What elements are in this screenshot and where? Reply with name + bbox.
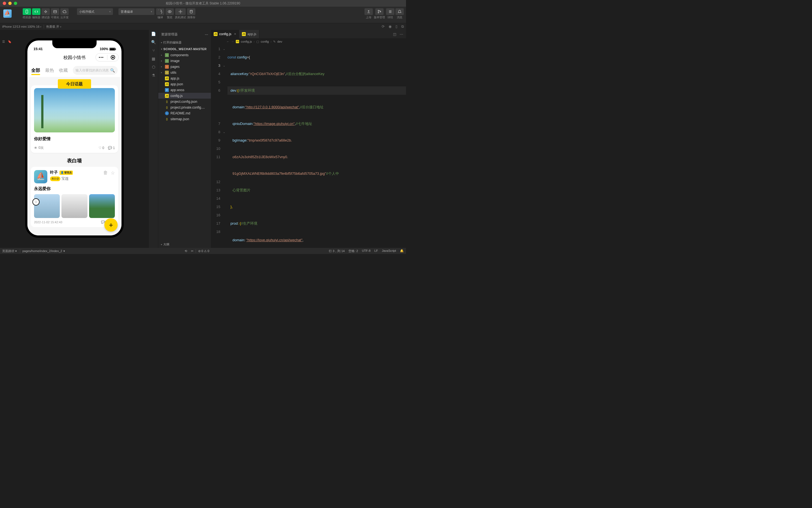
eol[interactable]: LF [375,249,378,253]
debugger-toggle[interactable] [42,8,50,15]
avatar[interactable] [34,170,47,183]
star-icon[interactable]: ☆ [111,170,115,176]
folder-components[interactable]: ▪components [158,52,211,58]
file-label: utils [171,71,176,75]
record-icon[interactable]: ◉ [389,25,392,29]
tab-app-js[interactable]: JSapp.js [239,30,259,38]
tab-active-label: config.js [219,32,231,36]
folder-pages[interactable]: ▪pages [158,64,211,70]
explorer-icon[interactable]: 📄 [151,32,156,36]
language[interactable]: JavaScript [382,249,396,253]
refresh-icon[interactable]: ⟳ [382,25,385,29]
tab-hot[interactable]: 最热 [45,68,54,73]
file-project-private-config----[interactable]: {}project.private.config.... [158,104,211,110]
explorer-more-icon[interactable]: ⋯ [205,33,208,37]
tab-fav[interactable]: 收藏 [59,68,68,73]
outline-section[interactable]: 大纲 [158,241,211,248]
lab-icon[interactable]: ⚗ [152,73,155,78]
editor-toggle[interactable] [32,8,40,15]
upload-button[interactable] [365,8,373,15]
search-input[interactable]: 输入你要找的表白消息 🔍 [73,66,117,75]
file-config-js[interactable]: JSconfig.js [158,93,211,98]
breadcrumb[interactable]: ☰ 🔖 ←→ JS config.js› ▢config› ✎dev [211,38,406,45]
cursor-pos[interactable]: 行 3，列 14 [329,249,344,253]
maximize-window[interactable] [14,2,17,5]
git-icon[interactable]: ⑂ [152,48,155,53]
details-button[interactable] [386,8,394,15]
post-card[interactable]: 叶子👤管理员 表白@宝连 🗑 ☆ 永远爱你 ✿ [31,167,118,227]
add-post-fab[interactable]: + [104,218,117,231]
file-app-wxss[interactable]: #app.wxss [158,87,211,93]
comment-icon[interactable]: 💬 [108,146,112,150]
cloud-toggle[interactable] [60,8,68,15]
file-icon: ▪ [165,53,169,57]
notif-icon[interactable]: 🔔 [400,249,404,253]
js-icon: JS [236,40,239,43]
author-name[interactable]: 叶子 [50,170,58,175]
project-root[interactable]: SCHOOL_WECHAT-MASTER [158,46,211,52]
visual-toggle[interactable] [51,8,59,15]
split-editor-icon[interactable]: ◫ [393,32,396,36]
delete-icon[interactable]: 🗑 [103,170,108,176]
close-window[interactable] [3,2,6,5]
capsule-close[interactable] [107,55,119,59]
search-panel-icon[interactable]: 🔍 [151,40,156,44]
miniapp-body[interactable]: 今日话题 你好爱情 👁0次 ♡0 💬1 表白墙 [28,77,122,236]
opened-editors-section[interactable]: 打开的编辑器 [158,39,211,46]
bc-bookmark-icon[interactable]: 🔖 [8,40,12,43]
capsule-more[interactable]: ••• [96,55,107,59]
post-image-2[interactable] [61,194,87,218]
heart-icon[interactable]: ♡ [99,146,102,150]
close-tab-icon[interactable]: × [234,32,236,36]
hot-reload-toggle[interactable]: 热重载 开 [46,25,61,29]
remote-label: 真机调试 [175,15,186,19]
explorer-pane: 资源管理器⋯ 打开的编辑器 SCHOOL_WECHAT-MASTER ▪comp… [158,30,211,248]
file-app-js[interactable]: JSapp.js [158,75,211,81]
popout-icon[interactable]: ⧉ [401,25,404,29]
fold-gutter[interactable]: ⌄⌄⌄ [223,45,228,248]
messages-label: 消息 [397,15,402,19]
today-topic-button[interactable]: 今日话题 [58,79,91,89]
bc-menu-icon[interactable]: ☰ [2,40,5,43]
npm-icon[interactable]: ⬡ [152,65,155,69]
errors[interactable]: ⊘ 0 ⚠ 0 [198,249,209,253]
encoding[interactable]: UTF-8 [362,249,371,253]
folder-image[interactable]: ▪image [158,58,211,64]
battery-icon [109,48,115,51]
activity-bar: 📄 🔍 ⑂ ▦ ⬡ ⚗ [149,30,158,248]
svg-rect-2 [54,10,57,13]
cloud-label: 云开发 [60,15,68,19]
preview-button[interactable] [165,8,174,15]
sim-rotate-icon[interactable]: ⟲ [185,249,187,253]
device-selector[interactable]: iPhone 12/13 mini 100% 16 [2,25,42,28]
device-icon[interactable]: ▯ [395,25,397,29]
file-app-json[interactable]: JSapp.json [158,81,211,87]
project-avatar[interactable] [3,9,12,18]
extensions-icon[interactable]: ▦ [152,56,155,61]
code-area[interactable]: 123456 7891011 12131415161718 ⌄⌄⌄ const … [211,45,406,248]
indent[interactable]: 空格: 2 [348,249,358,253]
page-path[interactable]: pages/home/index_2/index_2 [22,249,62,253]
clear-cache-button[interactable] [187,8,195,15]
file-project-config-json[interactable]: {}project.config.json [158,98,211,104]
remote-debug-button[interactable] [175,8,186,15]
minimize-window[interactable] [8,2,12,5]
sim-scissors-icon[interactable]: ✂ [191,249,193,253]
file-sitemap-json[interactable]: {}sitemap.json [158,116,211,122]
post-image-1[interactable] [34,194,60,218]
version-button[interactable] [375,8,384,15]
tab-all[interactable]: 全部 [31,68,40,73]
mode-select[interactable]: 小程序模式 [77,8,113,15]
compile-button[interactable] [156,8,164,15]
simulator-toggle[interactable] [23,8,31,15]
post-comment-icon[interactable]: 💬 [101,220,105,223]
messages-button[interactable] [395,8,404,15]
code-content[interactable]: const config={ alianceKey:"rQnCGbXTkXrOj… [228,45,406,248]
topic-card[interactable]: 你好爱情 👁0次 ♡0 💬1 [31,85,118,153]
compile-scheme-select[interactable]: 普通编译 [118,8,154,15]
tab-config-js[interactable]: JSconfig.js× [211,30,239,38]
post-image-3[interactable] [89,194,115,218]
file-README-md[interactable]: iREADME.md [158,110,211,116]
folder-utils[interactable]: ▪utils [158,70,211,75]
tab-more-icon[interactable]: ⋯ [400,32,403,36]
